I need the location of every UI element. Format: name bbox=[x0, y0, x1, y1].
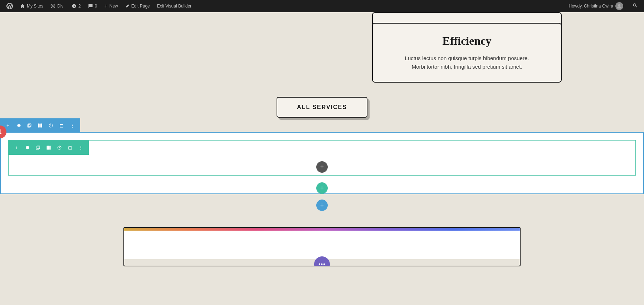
divi-label: Divi bbox=[57, 4, 64, 9]
toggle-icon bbox=[48, 123, 53, 128]
add-row-teal-button[interactable]: + bbox=[316, 182, 328, 194]
inner-settings-icon bbox=[25, 145, 30, 150]
section-row-container: 1 + ⋮ bbox=[0, 132, 644, 216]
gradient-bar bbox=[124, 228, 520, 231]
svg-rect-14 bbox=[37, 146, 40, 149]
wordpress-icon bbox=[6, 3, 13, 9]
gradient-section: ••• bbox=[0, 216, 644, 266]
toolbar-toggle-btn[interactable] bbox=[46, 120, 56, 131]
inner-toolbar-duplicate-btn[interactable] bbox=[33, 143, 43, 153]
blue-plus-area: + bbox=[0, 194, 644, 216]
plus-icon: + bbox=[104, 3, 107, 9]
inner-toggle-icon bbox=[57, 145, 62, 150]
edit-page-label: Edit Page bbox=[131, 4, 150, 9]
inner-toolbar-more-btn[interactable]: ⋮ bbox=[76, 143, 86, 153]
svg-rect-20 bbox=[69, 147, 72, 149]
updates-icon bbox=[72, 4, 77, 9]
efficiency-title: Efficiency bbox=[394, 34, 540, 48]
svg-rect-15 bbox=[47, 146, 48, 149]
svg-rect-13 bbox=[36, 147, 39, 149]
inner-toolbar-toggle-btn[interactable] bbox=[54, 143, 64, 153]
toolbar-settings-btn[interactable] bbox=[14, 120, 24, 131]
efficiency-section: Efficiency Luctus lectus non quisque tur… bbox=[0, 34, 644, 86]
exit-visual-builder-label: Exit Visual Builder bbox=[157, 4, 192, 9]
delete-icon bbox=[59, 123, 64, 128]
svg-rect-16 bbox=[48, 146, 49, 149]
add-content-button[interactable]: + bbox=[316, 161, 328, 173]
new-item[interactable]: + New bbox=[101, 0, 121, 12]
all-services-button[interactable]: ALL SERVICES bbox=[277, 97, 367, 118]
home-icon bbox=[20, 4, 25, 9]
inner-toolbar-teal: + bbox=[9, 141, 89, 155]
svg-rect-9 bbox=[41, 123, 42, 127]
search-icon-item[interactable] bbox=[629, 3, 641, 9]
efficiency-wrapper: Efficiency Luctus lectus non quisque tur… bbox=[82, 34, 562, 83]
efficiency-text: Luctus lectus non quisque turpis bibendu… bbox=[394, 54, 540, 71]
inner-more-icon: ⋮ bbox=[78, 145, 83, 151]
inner-delete-icon bbox=[68, 145, 73, 150]
toolbar-delete-btn[interactable] bbox=[57, 120, 67, 131]
avatar bbox=[615, 2, 623, 10]
comments-item[interactable]: 0 bbox=[84, 0, 101, 12]
row-toolbar-blue: + ⋮ bbox=[0, 118, 80, 133]
edit-page-item[interactable]: Edit Page bbox=[122, 0, 153, 12]
inner-columns-icon bbox=[46, 145, 51, 150]
inner-toolbar-settings-btn[interactable] bbox=[22, 143, 32, 153]
updates-count: 2 bbox=[78, 4, 81, 9]
services-section: ALL SERVICES bbox=[0, 86, 644, 132]
inner-toolbar-columns-btn[interactable] bbox=[44, 143, 54, 153]
comments-count: 0 bbox=[95, 4, 97, 9]
main-content: Efficiency Luctus lectus non quisque tur… bbox=[0, 0, 644, 266]
my-sites-label: My Sites bbox=[27, 4, 43, 9]
search-icon bbox=[633, 3, 638, 8]
gradient-card: ••• bbox=[123, 227, 521, 266]
plus-icon-teal: + bbox=[320, 185, 324, 192]
dots-menu-label: ••• bbox=[318, 261, 326, 266]
inner-toolbar-add-btn[interactable]: + bbox=[11, 143, 21, 153]
svg-line-4 bbox=[635, 6, 637, 7]
new-label: New bbox=[109, 4, 118, 9]
edit-icon bbox=[125, 4, 130, 8]
svg-point-3 bbox=[633, 4, 636, 6]
inner-toolbar-delete-btn[interactable] bbox=[65, 143, 75, 153]
plus-icon-dark: + bbox=[320, 163, 324, 171]
comments-icon bbox=[88, 4, 93, 9]
settings-icon bbox=[16, 123, 21, 128]
svg-text:D: D bbox=[52, 5, 54, 8]
svg-rect-7 bbox=[38, 123, 39, 127]
plus-icon-blue: + bbox=[320, 202, 324, 209]
svg-rect-8 bbox=[39, 123, 41, 127]
section-row-1: + bbox=[0, 132, 644, 194]
efficiency-text-line1: Luctus lectus non quisque turpis bibendu… bbox=[405, 55, 529, 61]
columns-icon bbox=[38, 123, 43, 128]
inner-duplicate-icon bbox=[35, 145, 40, 150]
section-number: 1 bbox=[0, 129, 1, 135]
efficiency-card: Efficiency Luctus lectus non quisque tur… bbox=[372, 23, 562, 83]
toolbar-duplicate-btn[interactable] bbox=[24, 120, 34, 131]
inner-section: + bbox=[8, 140, 636, 176]
updates-item[interactable]: 2 bbox=[68, 0, 84, 12]
inner-add-icon: + bbox=[15, 145, 18, 151]
divi-item[interactable]: D Divi bbox=[47, 0, 68, 12]
divi-icon: D bbox=[50, 4, 55, 9]
teal-plus-area: + bbox=[1, 183, 643, 193]
svg-rect-12 bbox=[60, 124, 63, 127]
admin-bar-right: Howdy, Christina Gwira bbox=[566, 2, 641, 10]
admin-bar-left: My Sites D Divi 2 0 + New Edit Page Exit… bbox=[3, 0, 566, 12]
exit-visual-builder-item[interactable]: Exit Visual Builder bbox=[153, 0, 195, 12]
more-icon: ⋮ bbox=[70, 123, 75, 128]
add-section-blue-button[interactable]: + bbox=[316, 200, 328, 211]
avatar-icon bbox=[616, 3, 622, 9]
user-info[interactable]: Howdy, Christina Gwira bbox=[566, 2, 626, 10]
my-sites-item[interactable]: My Sites bbox=[16, 0, 47, 12]
add-icon: + bbox=[6, 123, 9, 128]
admin-bar: My Sites D Divi 2 0 + New Edit Page Exit… bbox=[0, 0, 644, 12]
toolbar-more-btn[interactable]: ⋮ bbox=[67, 120, 77, 131]
duplicate-icon bbox=[27, 123, 32, 128]
efficiency-text-line2: Morbi tortor nibh, fringilla sed pretium… bbox=[412, 64, 522, 70]
toolbar-columns-btn[interactable] bbox=[35, 120, 45, 131]
wordpress-icon-item[interactable] bbox=[3, 0, 16, 12]
svg-rect-5 bbox=[28, 124, 30, 127]
gradient-card-body bbox=[124, 231, 520, 259]
user-name: Howdy, Christina Gwira bbox=[569, 4, 613, 9]
